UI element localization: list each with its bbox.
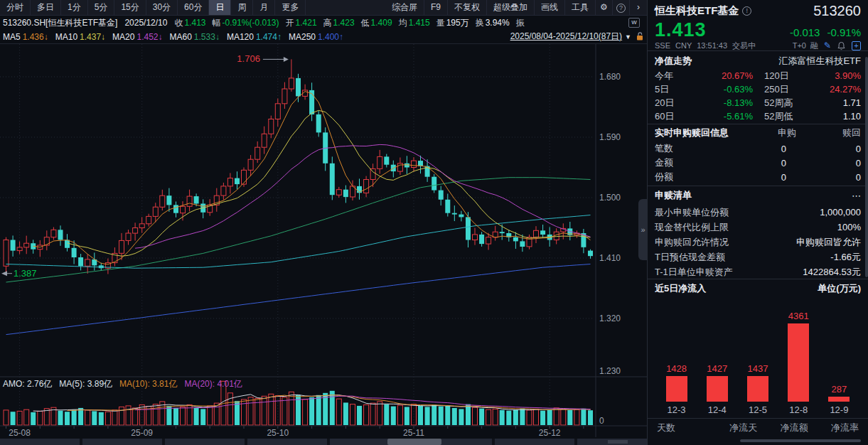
nv-value: -8.13% <box>687 97 753 108</box>
ma-legend-2: MA201.452↓ <box>112 32 162 42</box>
flow-bar-value: 287 <box>832 384 847 395</box>
flow-bar <box>666 376 687 402</box>
flow-date-0: 12-3 <box>656 404 697 415</box>
fund-full-name: 汇添富恒生科技ETF <box>778 55 861 68</box>
pcf-value: -1.66元 <box>830 251 861 264</box>
rt-label: 笔数 <box>655 142 719 155</box>
nv-value: 20.67% <box>687 70 753 81</box>
edit-pencil-icon[interactable]: ✎ <box>824 41 831 50</box>
pcf-more-button[interactable]: ⋯ <box>852 191 861 201</box>
svg-text:1.500: 1.500 <box>599 193 621 203</box>
nv-label: 52周低 <box>764 110 811 123</box>
alert-bell-icon[interactable] <box>837 41 846 50</box>
quote-field-4: 低1.409 <box>361 18 392 28</box>
nv-label: 60日 <box>655 110 687 123</box>
caret-down-icon[interactable]: ▼ <box>625 33 631 41</box>
panel-tab-2[interactable]: 净流额 <box>757 422 808 434</box>
pcf-label: 申购赎回允许情况 <box>655 236 729 249</box>
svg-text:1.387: 1.387 <box>14 268 37 279</box>
toolbar-tab-7[interactable]: 日 <box>209 0 231 15</box>
quote-field-5: 均1.415 <box>399 18 430 28</box>
info-icon[interactable]: ! <box>742 6 751 16</box>
ma-legend-4: MA1201.474↑ <box>227 32 282 42</box>
pcf-value: 1422864.53元 <box>803 266 861 279</box>
ma-legend-1: MA101.437↓ <box>55 32 105 42</box>
toolbar-tab-10[interactable]: 更多 <box>275 0 306 15</box>
ma-label: MA250 <box>289 32 316 42</box>
toolbar-tab-8[interactable]: 周 <box>231 0 253 15</box>
svg-text:1.590: 1.590 <box>599 132 621 142</box>
toolbar-action-3[interactable]: 超级叠加 <box>487 0 535 15</box>
toolbar-action-2[interactable]: 不复权 <box>448 0 487 15</box>
fund-name: 恒生科技ETF基金 <box>655 4 739 18</box>
nv-value: -0.63% <box>687 84 753 95</box>
panel-v-scrollbar[interactable] <box>865 57 868 277</box>
volume-legend: AMO: 2.76亿MA(5): 3.89亿MA(10): 3.81亿MA(20… <box>3 378 250 390</box>
panel-tab-3[interactable]: 净流率 <box>808 422 859 434</box>
exchange-label: SSE <box>655 41 670 50</box>
flow-unit-label: 单位(万元) <box>818 282 861 295</box>
quote-field-value: -0.91%(-0.013) <box>222 18 279 28</box>
panel-collapse-handle[interactable]: » <box>638 199 648 260</box>
toolbar-tab-6[interactable]: 60分 <box>178 0 209 15</box>
toolbar-action-4[interactable]: 画线 <box>535 0 565 15</box>
footer-scroll-thumb[interactable] <box>740 439 861 442</box>
pcf-label: T-1日单位申赎资产 <box>655 266 733 279</box>
help-icon[interactable]: ? <box>613 0 630 15</box>
quote-field-label: 收 <box>174 18 183 28</box>
settings-gear-icon[interactable]: ⚙ <box>596 0 613 15</box>
toolbar-more-chevron-icon[interactable]: › <box>630 0 647 15</box>
quote-field-label: 高 <box>323 18 332 28</box>
rt-subscribe-value: 0 <box>719 144 786 154</box>
flow-dates: 12-312-412-512-812-9 <box>648 402 868 417</box>
net-value-row-1: 5日-0.63%250日24.27% <box>648 82 868 96</box>
quote-field-8: 振 <box>516 18 526 28</box>
nv-label: 5日 <box>655 83 687 96</box>
svg-text:25-08: 25-08 <box>9 428 31 438</box>
pcf-value: 申购赎回皆允许 <box>796 236 861 249</box>
ma-legend-3: MA601.533↓ <box>170 32 220 42</box>
ma-value: 1.474↑ <box>256 32 282 42</box>
nv-value: 3.90% <box>811 70 861 81</box>
toolbar-tab-4[interactable]: 15分 <box>114 0 146 15</box>
toolbar-action-1[interactable]: F9 <box>424 0 448 15</box>
pcf-row-3: T日预估现金差额-1.66元 <box>648 250 868 264</box>
rt-redeem-value: 0 <box>786 144 861 154</box>
toolbar-tab-3[interactable]: 5分 <box>88 0 115 15</box>
toolbar-action-0[interactable]: 综合屏 <box>385 0 424 15</box>
margin-flag: 融 <box>810 41 818 51</box>
chart-h-scrollbar[interactable] <box>0 439 647 445</box>
nv-value: -5.61% <box>687 111 753 122</box>
toolbar-tab-2[interactable]: 1分 <box>61 0 88 15</box>
realtime-row-0: 笔数00 <box>648 141 868 156</box>
last-price: 1.413 <box>655 19 707 41</box>
wp-doc-icon[interactable]: W <box>628 18 640 28</box>
pcf-value: 1,000,000 <box>820 207 861 218</box>
ma-value: 1.436↓ <box>23 32 48 42</box>
toolbar-tab-1[interactable]: 多日 <box>31 0 61 15</box>
toolbar-right: 综合屏F9不复权超级叠加画线工具 ⚙ ? › <box>385 0 647 15</box>
toolbar-action-5[interactable]: 工具 <box>565 0 596 15</box>
quote-field-3: 高1.423 <box>323 18 355 28</box>
scrollbar-thumb[interactable] <box>387 439 441 445</box>
add-plus-icon[interactable]: + <box>852 41 861 50</box>
toolbar-tab-9[interactable]: 月 <box>253 0 275 15</box>
nv-label: 250日 <box>764 83 811 96</box>
toolbar-tab-5[interactable]: 30分 <box>146 0 178 15</box>
svg-text:25-12: 25-12 <box>539 428 561 438</box>
quote-date: 2025/12/10 <box>124 18 167 28</box>
ma-value: 1.452↓ <box>136 32 162 42</box>
panel-tab-1[interactable]: 净流天 <box>707 422 757 434</box>
change-abs: -0.013 <box>790 26 820 38</box>
unlock-icon[interactable] <box>636 32 644 41</box>
panel-footer-scrollbar[interactable] <box>648 437 868 445</box>
currency-label: CNY <box>675 41 692 50</box>
ma-label: MA10 <box>55 32 77 42</box>
date-range-link[interactable]: 2025/08/04-2025/12/10(87日) <box>510 31 622 43</box>
panel-tab-0[interactable]: 天数 <box>657 422 707 434</box>
toolbar-tab-0[interactable]: 分时 <box>0 0 31 15</box>
nv-value: 24.27% <box>811 84 861 95</box>
nv-value: 1.71 <box>811 97 861 108</box>
svg-text:1.706: 1.706 <box>237 53 260 64</box>
flow-bar-chart: 1428142714374361287 <box>648 298 868 402</box>
